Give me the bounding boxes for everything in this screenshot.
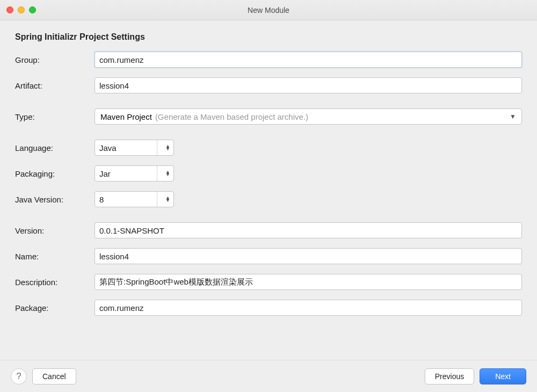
updown-icon: ▲▼ [165,171,170,176]
java-version-value: 8 [99,195,104,204]
label-type: Type: [15,112,95,121]
close-icon[interactable] [6,6,13,13]
packaging-value: Jar [99,169,111,178]
updown-icon: ▲▼ [165,197,170,202]
label-group: Group: [15,55,95,64]
help-button[interactable]: ? [11,368,27,384]
label-version: Version: [15,226,95,235]
java-version-select[interactable]: 8 ▲▼ [95,191,174,207]
chevron-down-icon: ▼ [510,113,516,120]
label-name: Name: [15,252,95,261]
titlebar: New Module [0,0,537,20]
type-select[interactable]: Maven Project (Generate a Maven based pr… [95,108,522,125]
updown-icon: ▲▼ [165,145,170,150]
label-package: Package: [15,303,95,313]
cancel-button[interactable]: Cancel [32,368,76,384]
group-input[interactable] [95,52,522,68]
content-area: Spring Initializr Project Settings Group… [0,20,537,360]
previous-button[interactable]: Previous [425,368,474,384]
package-input[interactable] [95,300,522,316]
artifact-input[interactable] [95,77,522,93]
language-value: Java [99,143,117,153]
type-hint: (Generate a Maven based project archive.… [155,112,308,121]
description-input[interactable] [95,274,522,290]
traffic-lights [6,6,36,13]
label-description: Description: [15,278,95,287]
footer: ? Cancel Previous Next [0,360,537,392]
maximize-icon[interactable] [29,6,36,13]
label-language: Language: [15,143,95,153]
next-button[interactable]: Next [480,368,526,384]
minimize-icon[interactable] [18,6,25,13]
type-value: Maven Project [100,112,152,121]
new-module-window: New Module Spring Initializr Project Set… [0,0,537,392]
label-packaging: Packaging: [15,169,95,178]
label-java-version: Java Version: [15,195,95,204]
language-select[interactable]: Java ▲▼ [95,140,174,156]
name-input[interactable] [95,248,522,264]
page-title: Spring Initializr Project Settings [15,32,522,42]
label-artifact: Artifact: [15,81,95,90]
window-title: New Module [0,6,537,14]
packaging-select[interactable]: Jar ▲▼ [95,165,174,182]
version-input[interactable] [95,222,522,238]
